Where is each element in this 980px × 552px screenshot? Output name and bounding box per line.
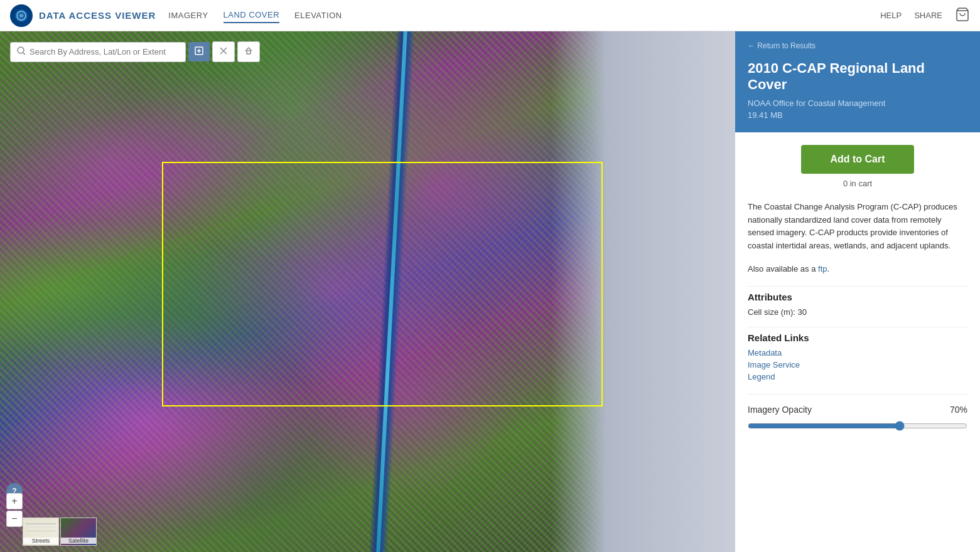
cell-size-attr: Cell size (m): 30 [748,307,967,317]
search-box [10,42,186,62]
add-to-cart-button[interactable]: Add to Cart [801,145,914,174]
zoom-controls: + − [6,493,23,527]
panel-org: NOAA Office for Coastal Management [748,98,967,108]
legend-link[interactable]: Legend [748,372,967,381]
cart-button[interactable] [955,7,970,24]
related-links-title: Related Links [748,327,967,343]
svg-rect-10 [247,51,250,54]
opacity-slider[interactable] [748,421,967,431]
nav-imagery[interactable]: IMAGERY [168,8,208,23]
nav-right: HELP SHARE [880,7,970,24]
nav-elevation[interactable]: ELEVATION [294,8,342,23]
app-logo: DATA ACCESS VIEWER [10,4,156,27]
image-service-link[interactable]: Image Service [748,360,967,369]
opacity-slider-wrap[interactable] [748,421,967,433]
opacity-label: Imagery Opacity [748,405,812,415]
help-link[interactable]: HELP [880,11,902,20]
nav-links: IMAGERY LAND COVER ELEVATION [168,8,880,23]
zoom-in-button[interactable]: + [6,493,23,509]
zoom-out-button[interactable]: − [6,511,23,527]
map-thumbnails: Streets Satellite [23,518,97,546]
cart-count: 0 in cart [748,179,967,188]
search-clear-button[interactable] [212,41,235,62]
panel-header: ← Return to Results 2010 C-CAP Regional … [735,31,980,132]
attributes-title: Attributes [748,286,967,302]
back-to-results[interactable]: ← Return to Results [748,41,967,50]
related-links: Metadata Image Service Legend [748,348,967,381]
satellite-thumbnail[interactable]: Satellite [60,518,97,546]
app-title: DATA ACCESS VIEWER [39,10,156,21]
svg-point-3 [18,47,24,53]
panel-size: 19.41 MB [748,110,967,120]
search-input[interactable] [30,47,179,56]
map-area[interactable]: ? + − Streets Satellite [0,31,735,552]
top-nav: DATA ACCESS VIEWER IMAGERY LAND COVER EL… [0,0,980,31]
search-home-button[interactable] [237,41,260,62]
metadata-link[interactable]: Metadata [748,348,967,358]
svg-line-4 [23,53,25,55]
description-text: The Coastal Change Analysis Program (C-C… [748,201,967,253]
search-icon [17,46,26,58]
ftp-line: Also available as a ftp. [748,263,967,276]
share-link[interactable]: SHARE [914,11,942,20]
main-area: ? + − Streets Satellite ← Return to Resu… [0,31,980,552]
map-ocean [551,31,735,552]
streets-label: Streets [23,538,58,544]
opacity-section: Imagery Opacity 70% [748,394,967,415]
panel-title: 2010 C-CAP Regional Land Cover [748,60,967,93]
panel-body: Add to Cart 0 in cart The Coastal Change… [735,132,980,552]
streets-thumbnail[interactable]: Streets [23,518,59,546]
ftp-link[interactable]: ftp [818,264,827,273]
nav-land-cover[interactable]: LAND COVER [223,8,280,23]
map-search [10,41,260,62]
satellite-label: Satellite [61,538,96,544]
right-panel: ← Return to Results 2010 C-CAP Regional … [735,31,980,552]
opacity-value: 70% [950,405,967,415]
search-draw-button[interactable] [188,42,210,61]
noaa-logo [10,4,33,27]
